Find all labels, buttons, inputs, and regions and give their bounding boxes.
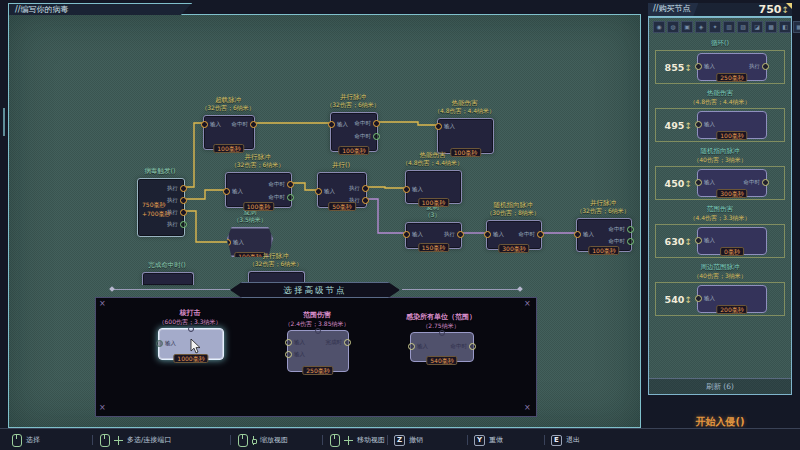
port-label: 输入 xyxy=(294,350,305,358)
e-key-icon: E xyxy=(551,435,562,446)
move-cross-icon xyxy=(114,436,123,445)
y-key-icon: Y xyxy=(474,435,485,446)
duration-tag: 540毫秒 xyxy=(426,356,457,365)
mouse-icon xyxy=(330,434,340,447)
port-label: 输入 xyxy=(417,342,428,350)
输入-port[interactable] xyxy=(408,343,415,350)
move-cross-icon xyxy=(344,436,353,445)
modal-corner-mark: × xyxy=(99,300,106,308)
hint-divider xyxy=(92,435,93,445)
输入-port[interactable] xyxy=(156,340,163,347)
hint-Y: Y重做 xyxy=(474,429,503,450)
hint-mouse-cross: 移动视图 xyxy=(330,429,385,450)
hint-label: 多选/连接端口 xyxy=(127,435,171,445)
hint-label: 退出 xyxy=(566,435,580,445)
hint-Z: Z撤销 xyxy=(394,429,423,450)
card-top-port xyxy=(315,328,321,334)
hint-label: 移动视图 xyxy=(357,435,385,445)
hint-label: 缩放视图 xyxy=(260,435,288,445)
hint-mouse-cross: 多选/连接端口 xyxy=(100,429,171,450)
输入-port[interactable] xyxy=(285,351,292,358)
命中时-port[interactable] xyxy=(469,343,476,350)
card-top-port xyxy=(439,330,445,336)
hint-label: 重做 xyxy=(489,435,503,445)
advanced-node-card[interactable]: 输入输入完成时250毫秒 xyxy=(287,330,349,372)
hint-divider xyxy=(544,435,545,445)
port-label: 完成时 xyxy=(326,338,343,346)
duration-tag: 250毫秒 xyxy=(302,366,333,375)
port-label: 输入 xyxy=(165,339,176,347)
card-top-port xyxy=(188,326,194,332)
hint-mouse-wheel: 缩放视图 xyxy=(238,429,288,450)
完成时-port[interactable] xyxy=(344,339,351,346)
hint-label: 撤销 xyxy=(409,435,423,445)
hint-divider xyxy=(467,435,468,445)
port-label: 输入 xyxy=(294,338,305,346)
app-root: { "window": { "title": "//编写你的病毒" }, "ca… xyxy=(0,0,800,450)
z-key-icon: Z xyxy=(394,435,405,446)
modal-corner-mark: × xyxy=(524,300,531,308)
hint-divider xyxy=(387,435,388,445)
hint-E: E退出 xyxy=(551,429,580,450)
port-label: 命中时 xyxy=(451,342,468,350)
card-title: 感染所有单位（范围）（2.75纳米） xyxy=(365,313,517,330)
输入-port[interactable] xyxy=(285,339,292,346)
modal-corner-mark: × xyxy=(99,404,106,412)
modal-wing xyxy=(402,289,520,290)
modal-wing xyxy=(112,289,230,290)
control-hint-bar: 选择多选/连接端口缩放视图移动视图Z撤销Y重做E退出 xyxy=(0,428,800,450)
scroll-wheel-icon xyxy=(252,436,256,445)
hint-label: 选择 xyxy=(26,435,40,445)
modal-card-layer: 输入1000毫秒核打击（600伤害；3.3纳米）输入输入完成时250毫秒范围伤害… xyxy=(0,0,800,450)
modal-corner-mark: × xyxy=(524,404,531,412)
mouse-icon xyxy=(12,434,22,447)
mouse-icon xyxy=(238,434,248,447)
mouse-cursor xyxy=(190,339,202,358)
mouse-icon xyxy=(100,434,110,447)
hint-divider xyxy=(322,435,323,445)
hint-mouse: 选择 xyxy=(12,429,40,450)
hint-divider xyxy=(230,435,231,445)
advanced-node-card[interactable]: 输入命中时540毫秒 xyxy=(410,332,474,362)
